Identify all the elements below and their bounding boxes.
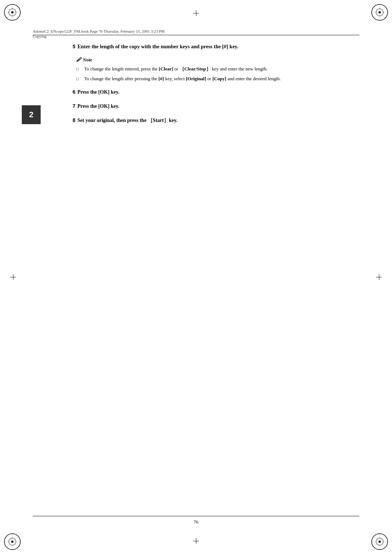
page-number: 76 bbox=[33, 519, 359, 525]
note-bullet-2: □ bbox=[76, 76, 81, 82]
corner-decoration-bottom-right bbox=[364, 526, 389, 551]
corner-decoration-top-left bbox=[3, 3, 28, 28]
step-7-block: 7 Press the [OK] key. bbox=[73, 102, 348, 110]
step-5-block: 5 Enter the length of the copy with the … bbox=[73, 43, 348, 50]
note-item-1: □ To change the length entered, press th… bbox=[76, 66, 348, 73]
note-label: Note bbox=[83, 57, 92, 63]
chapter-tab: 2 bbox=[22, 105, 41, 124]
step-6-number: 6 bbox=[73, 89, 75, 95]
header-meta: AdonisC2_ENcopy122F_FM.book Page 76 Thur… bbox=[33, 29, 359, 33]
step-8-block: 8 Set your original, then press the ［Sta… bbox=[73, 117, 348, 124]
note-item-2: □ To change the length after pressing th… bbox=[76, 76, 348, 82]
step-6-block: 6 Press the [OK] key. bbox=[73, 88, 348, 96]
crosshair-left bbox=[10, 274, 16, 280]
step-6-line: 6 Press the [OK] key. bbox=[73, 88, 348, 96]
step-8-text: Set your original, then press the ［Start… bbox=[77, 118, 177, 123]
header-area: AdonisC2_ENcopy122F_FM.book Page 76 Thur… bbox=[33, 29, 359, 35]
step-5-header: 5 Enter the length of the copy with the … bbox=[73, 43, 348, 50]
note-text-2: To change the length after pressing the … bbox=[84, 76, 281, 82]
step-6-text: Press the [OK] key. bbox=[77, 89, 119, 95]
note-block: 🖊 Note □ To change the length entered, p… bbox=[76, 57, 348, 82]
content-area: 5 Enter the length of the copy with the … bbox=[73, 43, 348, 131]
svg-point-6 bbox=[11, 11, 13, 13]
note-text-1: To change the length entered, press the … bbox=[84, 66, 268, 73]
step-7-text: Press the [OK] key. bbox=[77, 103, 119, 109]
step-7-line: 7 Press the [OK] key. bbox=[73, 102, 348, 110]
section-label: Copying bbox=[33, 34, 46, 38]
svg-point-27 bbox=[379, 541, 381, 543]
svg-point-20 bbox=[11, 541, 13, 543]
step-8-number: 8 bbox=[73, 117, 75, 123]
svg-point-13 bbox=[379, 11, 381, 13]
step-5-text: Enter the length of the copy with the nu… bbox=[77, 44, 238, 49]
header-rule bbox=[33, 35, 359, 35]
corner-decoration-bottom-left bbox=[3, 526, 28, 551]
step-5-number: 5 bbox=[73, 44, 75, 49]
note-bullet-1: □ bbox=[76, 66, 81, 72]
crosshair-right bbox=[376, 274, 382, 280]
crosshair-bottom bbox=[193, 538, 199, 544]
step-8-line: 8 Set your original, then press the ［Sta… bbox=[73, 117, 348, 124]
corner-decoration-top-right bbox=[364, 3, 389, 28]
note-title: 🖊 Note bbox=[76, 57, 348, 63]
footer-rule bbox=[33, 516, 359, 516]
footer-area: 76 bbox=[33, 516, 359, 525]
page: AdonisC2_ENcopy122F_FM.book Page 76 Thur… bbox=[0, 0, 392, 554]
step-7-number: 7 bbox=[73, 103, 75, 109]
crosshair-top bbox=[193, 10, 199, 16]
note-icon: 🖊 bbox=[76, 57, 81, 63]
